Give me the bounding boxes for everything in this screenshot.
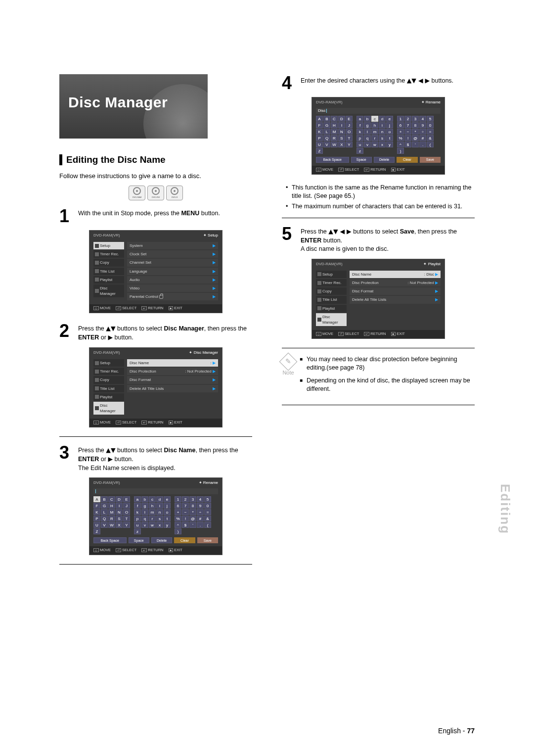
intro-paragraph: Follow these instructions to give a name… [59,172,252,181]
step-text: Press the ▲▼ buttons to select Disc Mana… [78,322,252,342]
two-column-layout: Disc Manager Editing the Disc Name Follo… [59,74,475,571]
up-down-icon: ▲▼ [106,446,115,454]
page-footer: English - 77 [438,726,475,736]
osd-rename-empty: DVD-RAM(VR)Rename ABCDEFGHIJKLMNOPQRSTUV… [89,477,222,555]
step-text: With the unit in Stop mode, press the ME… [78,207,220,225]
note-block: ✎ Note You may need to clear disc protec… [282,355,475,398]
step-text: Press the ▲▼ buttons to select Disc Name… [78,444,252,473]
divider [282,218,475,218]
osd-keyboard: ABCDEFGHIJKLMNOPQRSTUVWXYZ abcdefghijklm… [312,116,445,157]
up-down-icon: ▲▼ [106,325,115,332]
step-number: 5 [282,225,296,254]
right-icon: ▶ [108,333,113,341]
divider [59,436,252,437]
step-number: 4 [282,74,296,92]
udlr-icon: ▲▼ ◀ ▶ [328,228,351,235]
section-heading-text: Editing the Disc Name [66,153,166,167]
osd-keyboard: ABCDEFGHIJKLMNOPQRSTUVWXYZ abcdefghijklm… [89,496,222,537]
right-column: 4 Enter the desired characters using the… [282,74,475,571]
divider [282,348,475,348]
chapter-title: Disc Manager [68,92,168,113]
osd-disc-manager: DVD-RAM(VR)Disc Manager Setup Timer Rec.… [89,347,222,427]
step-1: 1 With the unit in Stop mode, press the … [59,207,252,225]
disc-type-badges: DVD-RAM DVD-RW DVD-R [59,186,252,200]
osd-name-field: Disc [316,108,441,114]
osd-rename-disc: DVD-RAM(VR)Rename Disc ABCDEFGHIJKLMNOPQ… [312,97,445,175]
step-2: 2 Press the ▲▼ buttons to select Disc Ma… [59,322,252,342]
osd-side-timer: Timer Rec. [93,250,124,258]
step-text: Enter the desired characters using the ▲… [301,74,453,92]
left-column: Disc Manager Editing the Disc Name Follo… [59,74,252,571]
step-3: 3 Press the ▲▼ buttons to select Disc Na… [59,444,252,473]
heading-bar-icon [59,154,62,165]
step-4: 4 Enter the desired characters using the… [282,74,475,92]
step-5: 5 Press the ▲▼ ◀ ▶ buttons to select Sav… [282,225,475,254]
right-icon: ▶ [108,455,113,463]
osd-side-setup: Setup [93,242,124,249]
badge-dvd-rw: DVD-RW [147,186,164,200]
osd-side-titlelist: Title List [93,268,124,275]
osd-setup-menu: DVD-RAM(VR)Setup Setup Timer Rec. Copy T… [89,230,222,313]
udlr-icon: ▲▼ ◀ ▶ [407,77,430,84]
step-number: 3 [59,444,73,473]
notes-after-step4: This function is the same as the Rename … [287,184,475,211]
step-text: Press the ▲▼ ◀ ▶ buttons to select Save,… [301,225,475,254]
chapter-title-box: Disc Manager [59,74,208,139]
lock-icon [159,295,163,299]
section-heading: Editing the Disc Name [59,153,252,167]
osd-side-discmgr: Disc Manager [93,284,124,297]
step-number: 1 [59,207,73,225]
osd-result: DVD-RAM(VR)Playlist Setup Timer Rec. Cop… [312,259,445,339]
step-number: 2 [59,322,73,342]
osd-name-field [93,488,218,494]
osd-side-playlist: Playlist [93,276,124,284]
badge-dvd-ram: DVD-RAM [129,186,145,200]
note-icon: ✎ Note [282,355,295,398]
divider [282,405,475,405]
side-tab-label: Editing [496,484,514,534]
osd-side-copy: Copy [93,259,124,266]
divider [59,564,252,565]
badge-dvd-r: DVD-R [166,186,183,200]
